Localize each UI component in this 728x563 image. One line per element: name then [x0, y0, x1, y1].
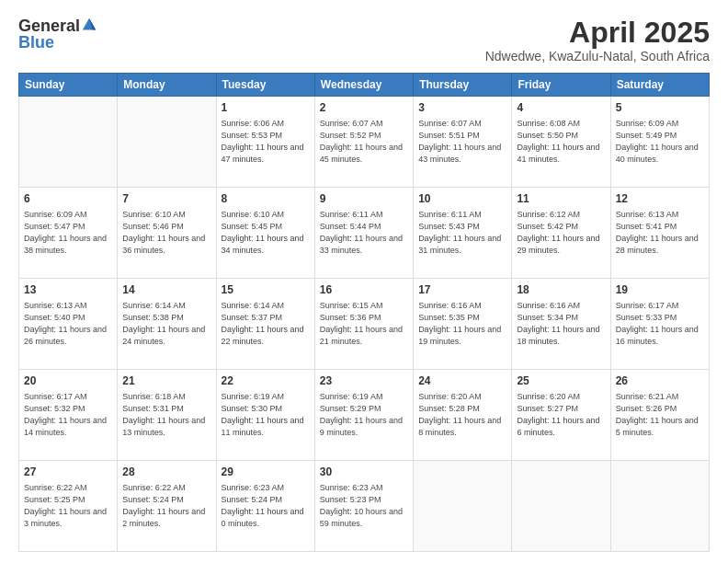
day-number: 7: [122, 191, 210, 207]
day-number: 1: [222, 100, 310, 116]
calendar-cell: 20Sunrise: 6:17 AM Sunset: 5:32 PM Dayli…: [19, 370, 118, 461]
calendar-cell: 16Sunrise: 6:15 AM Sunset: 5:36 PM Dayli…: [314, 279, 413, 370]
day-number: 14: [122, 282, 210, 298]
day-number: 28: [122, 465, 210, 480]
day-info: Sunrise: 6:10 AM Sunset: 5:46 PM Dayligh…: [122, 209, 210, 257]
calendar-week-row: 13Sunrise: 6:13 AM Sunset: 5:40 PM Dayli…: [19, 279, 710, 370]
calendar-cell: 11Sunrise: 6:12 AM Sunset: 5:42 PM Dayli…: [512, 188, 610, 279]
calendar-cell: [19, 97, 118, 188]
header-saturday: Saturday: [610, 74, 709, 97]
day-info: Sunrise: 6:18 AM Sunset: 5:31 PM Dayligh…: [122, 391, 210, 439]
day-info: Sunrise: 6:16 AM Sunset: 5:34 PM Dayligh…: [517, 300, 605, 348]
day-number: 18: [517, 282, 605, 298]
day-number: 17: [418, 282, 506, 298]
logo-general: General: [18, 17, 80, 34]
day-info: Sunrise: 6:19 AM Sunset: 5:29 PM Dayligh…: [320, 391, 408, 439]
day-info: Sunrise: 6:09 AM Sunset: 5:47 PM Dayligh…: [24, 209, 112, 257]
day-number: 20: [24, 373, 112, 389]
day-info: Sunrise: 6:20 AM Sunset: 5:28 PM Dayligh…: [418, 391, 506, 439]
day-number: 29: [222, 465, 310, 480]
header-friday: Friday: [512, 74, 610, 97]
day-info: Sunrise: 6:22 AM Sunset: 5:25 PM Dayligh…: [24, 482, 112, 530]
calendar-cell: 29Sunrise: 6:23 AM Sunset: 5:24 PM Dayli…: [216, 461, 314, 552]
day-info: Sunrise: 6:13 AM Sunset: 5:41 PM Dayligh…: [616, 209, 704, 257]
day-info: Sunrise: 6:21 AM Sunset: 5:26 PM Dayligh…: [616, 391, 704, 439]
day-number: 25: [517, 373, 605, 389]
calendar-cell: 13Sunrise: 6:13 AM Sunset: 5:40 PM Dayli…: [19, 279, 118, 370]
day-number: 13: [24, 282, 112, 298]
day-info: Sunrise: 6:22 AM Sunset: 5:24 PM Dayligh…: [122, 482, 210, 530]
calendar-cell: 26Sunrise: 6:21 AM Sunset: 5:26 PM Dayli…: [610, 370, 709, 461]
calendar-week-row: 20Sunrise: 6:17 AM Sunset: 5:32 PM Dayli…: [19, 370, 710, 461]
header-wednesday: Wednesday: [314, 74, 413, 97]
day-info: Sunrise: 6:23 AM Sunset: 5:24 PM Dayligh…: [222, 482, 310, 530]
day-number: 5: [616, 100, 704, 116]
logo: General Blue: [18, 17, 97, 51]
day-number: 27: [24, 465, 112, 480]
day-number: 4: [517, 100, 605, 116]
day-info: Sunrise: 6:17 AM Sunset: 5:33 PM Dayligh…: [616, 300, 704, 348]
header-sunday: Sunday: [19, 74, 118, 97]
day-number: 15: [222, 282, 310, 298]
day-info: Sunrise: 6:08 AM Sunset: 5:50 PM Dayligh…: [517, 118, 605, 166]
calendar-cell: 18Sunrise: 6:16 AM Sunset: 5:34 PM Dayli…: [512, 279, 610, 370]
header-thursday: Thursday: [414, 74, 512, 97]
day-info: Sunrise: 6:19 AM Sunset: 5:30 PM Dayligh…: [222, 391, 310, 439]
calendar-table: Sunday Monday Tuesday Wednesday Thursday…: [18, 73, 710, 552]
calendar-cell: 1Sunrise: 6:06 AM Sunset: 5:53 PM Daylig…: [216, 97, 314, 188]
day-number: 19: [616, 282, 704, 298]
day-info: Sunrise: 6:20 AM Sunset: 5:27 PM Dayligh…: [517, 391, 605, 439]
header-tuesday: Tuesday: [216, 74, 314, 97]
calendar-cell: 15Sunrise: 6:14 AM Sunset: 5:37 PM Dayli…: [216, 279, 314, 370]
calendar-cell: 3Sunrise: 6:07 AM Sunset: 5:51 PM Daylig…: [414, 97, 512, 188]
calendar-cell: 17Sunrise: 6:16 AM Sunset: 5:35 PM Dayli…: [414, 279, 512, 370]
day-number: 2: [320, 100, 408, 116]
calendar-cell: 12Sunrise: 6:13 AM Sunset: 5:41 PM Dayli…: [610, 188, 709, 279]
header-monday: Monday: [118, 74, 216, 97]
day-number: 12: [616, 191, 704, 207]
calendar-cell: 30Sunrise: 6:23 AM Sunset: 5:23 PM Dayli…: [314, 461, 413, 552]
day-info: Sunrise: 6:17 AM Sunset: 5:32 PM Dayligh…: [24, 391, 112, 439]
calendar-header-row: Sunday Monday Tuesday Wednesday Thursday…: [19, 74, 710, 97]
day-info: Sunrise: 6:11 AM Sunset: 5:44 PM Dayligh…: [320, 209, 408, 257]
location-subtitle: Ndwedwe, KwaZulu-Natal, South Africa: [485, 49, 710, 63]
day-number: 10: [418, 191, 506, 207]
logo-blue: Blue: [18, 34, 54, 51]
day-number: 16: [320, 282, 408, 298]
day-info: Sunrise: 6:09 AM Sunset: 5:49 PM Dayligh…: [616, 118, 704, 166]
calendar-cell: 21Sunrise: 6:18 AM Sunset: 5:31 PM Dayli…: [118, 370, 216, 461]
day-number: 22: [222, 373, 310, 389]
day-info: Sunrise: 6:14 AM Sunset: 5:37 PM Dayligh…: [222, 300, 310, 348]
day-info: Sunrise: 6:14 AM Sunset: 5:38 PM Dayligh…: [122, 300, 210, 348]
day-number: 3: [418, 100, 506, 116]
calendar-week-row: 1Sunrise: 6:06 AM Sunset: 5:53 PM Daylig…: [19, 97, 710, 188]
day-number: 11: [517, 191, 605, 207]
day-info: Sunrise: 6:11 AM Sunset: 5:43 PM Dayligh…: [418, 209, 506, 257]
calendar-week-row: 27Sunrise: 6:22 AM Sunset: 5:25 PM Dayli…: [19, 461, 710, 552]
header: General Blue April 2025 Ndwedwe, KwaZulu…: [18, 17, 710, 63]
calendar-cell: 9Sunrise: 6:11 AM Sunset: 5:44 PM Daylig…: [314, 188, 413, 279]
day-info: Sunrise: 6:07 AM Sunset: 5:51 PM Dayligh…: [418, 118, 506, 166]
day-info: Sunrise: 6:12 AM Sunset: 5:42 PM Dayligh…: [517, 209, 605, 257]
day-info: Sunrise: 6:07 AM Sunset: 5:52 PM Dayligh…: [320, 118, 408, 166]
calendar-cell: 4Sunrise: 6:08 AM Sunset: 5:50 PM Daylig…: [512, 97, 610, 188]
day-number: 26: [616, 373, 704, 389]
calendar-cell: 25Sunrise: 6:20 AM Sunset: 5:27 PM Dayli…: [512, 370, 610, 461]
day-info: Sunrise: 6:23 AM Sunset: 5:23 PM Dayligh…: [320, 482, 408, 530]
day-info: Sunrise: 6:16 AM Sunset: 5:35 PM Dayligh…: [418, 300, 506, 348]
calendar-cell: 6Sunrise: 6:09 AM Sunset: 5:47 PM Daylig…: [19, 188, 118, 279]
calendar-cell: 7Sunrise: 6:10 AM Sunset: 5:46 PM Daylig…: [118, 188, 216, 279]
day-number: 8: [222, 191, 310, 207]
page: General Blue April 2025 Ndwedwe, KwaZulu…: [0, 0, 728, 563]
calendar-cell: [610, 461, 709, 552]
month-title: April 2025: [485, 17, 710, 49]
calendar-cell: 2Sunrise: 6:07 AM Sunset: 5:52 PM Daylig…: [314, 97, 413, 188]
day-number: 23: [320, 373, 408, 389]
calendar-cell: 14Sunrise: 6:14 AM Sunset: 5:38 PM Dayli…: [118, 279, 216, 370]
day-info: Sunrise: 6:10 AM Sunset: 5:45 PM Dayligh…: [222, 209, 310, 257]
calendar-cell: 22Sunrise: 6:19 AM Sunset: 5:30 PM Dayli…: [216, 370, 314, 461]
calendar-cell: 27Sunrise: 6:22 AM Sunset: 5:25 PM Dayli…: [19, 461, 118, 552]
title-block: April 2025 Ndwedwe, KwaZulu-Natal, South…: [485, 17, 710, 63]
day-number: 30: [320, 465, 408, 480]
day-info: Sunrise: 6:15 AM Sunset: 5:36 PM Dayligh…: [320, 300, 408, 348]
